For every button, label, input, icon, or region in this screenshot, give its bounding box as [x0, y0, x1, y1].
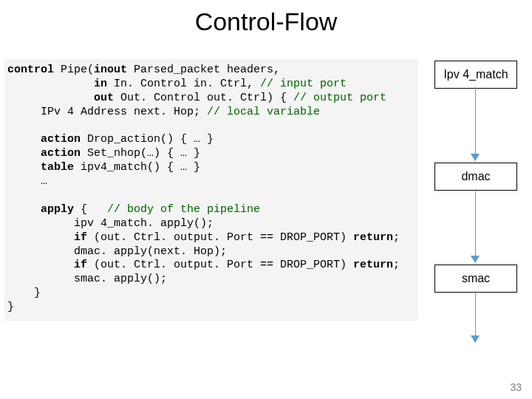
t: Out. Control out. Ctrl) { — [114, 92, 293, 104]
kw: apply — [41, 203, 74, 216]
t: { — [74, 203, 107, 216]
t — [7, 161, 41, 174]
t — [7, 147, 41, 160]
slide-title: Control-Flow — [0, 7, 532, 36]
t: ; — [393, 259, 400, 271]
kw: return — [353, 259, 393, 271]
kw: inout — [94, 64, 127, 76]
t: } — [7, 287, 41, 299]
t: (out. Ctrl. output. Port == DROP_PORT) — [87, 259, 353, 271]
code-block: control Pipe(inout Parsed_packet headers… — [4, 59, 418, 321]
t: } — [7, 301, 14, 313]
kw: return — [353, 231, 393, 244]
kw: in — [94, 78, 107, 90]
t — [7, 133, 41, 146]
flow-box-smac: smac — [434, 265, 517, 293]
t: Set_nhop(…) { … } — [81, 147, 200, 160]
flow-box-ipv4-match: Ipv 4_match — [434, 61, 517, 89]
flow-arrow-2-line — [475, 189, 476, 256]
t: Drop_action() { … } — [81, 133, 214, 146]
t: Pipe( — [54, 64, 94, 76]
t: Parsed_packet headers, — [127, 64, 280, 76]
com: // input port — [260, 78, 347, 90]
t: ; — [393, 231, 400, 244]
kw: out — [94, 92, 114, 104]
t: ipv 4_match. apply(); — [7, 217, 214, 230]
kw: action — [41, 133, 81, 146]
t: smac. apply(); — [7, 273, 167, 285]
t — [7, 259, 74, 271]
t — [7, 203, 41, 216]
t: … — [7, 175, 47, 188]
kw: if — [74, 231, 87, 244]
flow-arrow-1-line — [475, 87, 476, 154]
kw: control — [7, 64, 54, 76]
flow-arrow-1-head — [471, 154, 480, 161]
com: // body of the pipeline — [107, 203, 260, 216]
t: IPv 4 Address next. Hop; — [7, 106, 207, 118]
t — [7, 92, 94, 104]
t — [7, 231, 74, 244]
flow-box-dmac: dmac — [434, 163, 517, 191]
t: (out. Ctrl. output. Port == DROP_PORT) — [87, 231, 353, 244]
code-content: control Pipe(inout Parsed_packet headers… — [7, 64, 415, 315]
t: In. Control in. Ctrl, — [107, 78, 260, 90]
kw: table — [41, 161, 74, 174]
t: ipv4_match() { … } — [74, 161, 200, 174]
com: // output port — [293, 92, 386, 104]
t — [7, 78, 94, 90]
flow-arrow-2-head — [471, 256, 480, 263]
com: // local variable — [207, 106, 320, 118]
kw: if — [74, 259, 87, 271]
t: dmac. apply(next. Hop); — [7, 245, 227, 258]
page-number: 33 — [510, 381, 522, 393]
flow-arrow-3-line — [475, 291, 476, 335]
kw: action — [41, 147, 81, 160]
flow-arrow-3-head — [471, 335, 480, 343]
